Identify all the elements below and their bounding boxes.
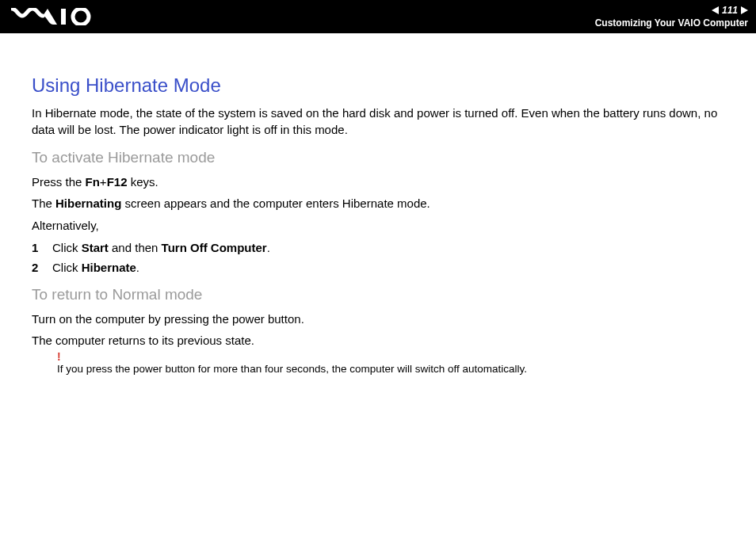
alternatively-line: Alternatively, bbox=[32, 216, 724, 235]
note-text: If you press the power button for more t… bbox=[57, 363, 527, 375]
header-bar: 111 Customizing Your VAIO Computer bbox=[0, 0, 756, 33]
text: + bbox=[100, 175, 107, 189]
page-navigation: 111 bbox=[712, 4, 748, 17]
key-f12: F12 bbox=[107, 175, 128, 189]
exclamation-icon: ! bbox=[57, 349, 61, 365]
page-number: 111 bbox=[722, 4, 738, 17]
page-title: Using Hibernate Mode bbox=[32, 74, 724, 97]
text: screen appears and the computer enters H… bbox=[121, 196, 430, 210]
step-1: 1 Click Start and then Turn Off Computer… bbox=[32, 238, 724, 258]
return-line-2: The computer returns to its previous sta… bbox=[32, 331, 724, 349]
header-right: 111 Customizing Your VAIO Computer bbox=[595, 4, 748, 29]
step-number: 1 bbox=[32, 238, 52, 258]
text: Press the bbox=[32, 175, 86, 189]
activate-heading: To activate Hibernate mode bbox=[32, 149, 724, 166]
turn-off-word: Turn Off Computer bbox=[162, 241, 267, 254]
prev-page-arrow-icon[interactable] bbox=[712, 6, 719, 14]
text: Click bbox=[52, 261, 82, 274]
section-title: Customizing Your VAIO Computer bbox=[595, 17, 748, 29]
page-content: Using Hibernate Mode In Hibernate mode, … bbox=[0, 33, 756, 377]
activate-line-2: The Hibernating screen appears and the c… bbox=[32, 194, 724, 212]
start-word: Start bbox=[82, 241, 109, 254]
vaio-logo bbox=[11, 8, 98, 25]
text: and then bbox=[109, 241, 162, 254]
return-line-1: Turn on the computer by pressing the pow… bbox=[32, 310, 724, 328]
hibernating-word: Hibernating bbox=[55, 196, 121, 210]
step-number: 2 bbox=[32, 257, 52, 278]
intro-paragraph: In Hibernate mode, the state of the syst… bbox=[32, 105, 724, 138]
svg-point-1 bbox=[73, 9, 89, 25]
step-text: Click Hibernate. bbox=[52, 257, 139, 278]
text: . bbox=[267, 241, 270, 254]
warning-note: ! If you press the power button for more… bbox=[32, 362, 724, 377]
text: Click bbox=[52, 241, 82, 254]
next-page-arrow-icon[interactable] bbox=[741, 6, 748, 14]
text: . bbox=[136, 261, 139, 274]
text: keys. bbox=[127, 175, 158, 189]
activate-line-1: Press the Fn+F12 keys. bbox=[32, 173, 724, 191]
return-heading: To return to Normal mode bbox=[32, 286, 724, 303]
key-fn: Fn bbox=[86, 175, 100, 189]
step-2: 2 Click Hibernate. bbox=[32, 257, 724, 278]
svg-rect-0 bbox=[61, 9, 66, 25]
text: The bbox=[32, 196, 55, 210]
activate-steps: 1 Click Start and then Turn Off Computer… bbox=[32, 238, 724, 278]
step-text: Click Start and then Turn Off Computer. bbox=[52, 238, 270, 258]
hibernate-word: Hibernate bbox=[82, 261, 136, 274]
vaio-logo-svg bbox=[11, 8, 98, 25]
